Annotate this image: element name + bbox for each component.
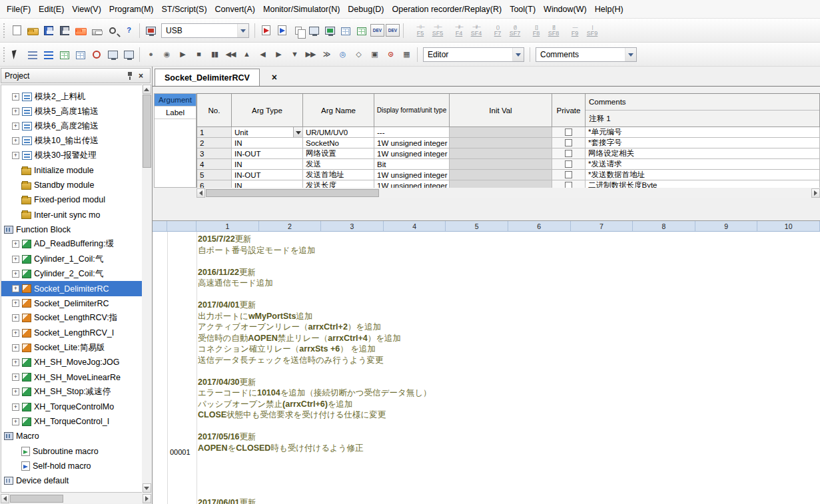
arg-table-row[interactable]: 1UnitUR/UM/UV0---*单元编号 bbox=[197, 127, 820, 138]
cell-arg-name[interactable]: 发送首地址 bbox=[303, 170, 374, 180]
save-project-icon[interactable] bbox=[41, 23, 57, 39]
cell-display-format[interactable]: 1W unsigned integer bbox=[374, 138, 450, 148]
expand-icon[interactable]: + bbox=[12, 359, 19, 366]
fkey-sf7-button[interactable]: (/)SF7 bbox=[506, 21, 524, 40]
editor-combobox[interactable]: Editor bbox=[423, 47, 524, 62]
tree-item[interactable]: +XH_TorqueControlMo bbox=[1, 399, 142, 414]
open-file-icon[interactable] bbox=[73, 23, 89, 39]
statement-list-icon[interactable] bbox=[25, 47, 41, 63]
menu-item[interactable]: Edit(E) bbox=[35, 1, 68, 17]
menu-item[interactable]: View(V) bbox=[68, 1, 105, 17]
cell-private[interactable] bbox=[552, 148, 586, 159]
project-horizontal-scrollbar[interactable] bbox=[1, 493, 151, 503]
scroll-right-icon[interactable] bbox=[811, 188, 820, 198]
tree-item[interactable]: +Cylinder_2_Coil:气 bbox=[1, 266, 142, 281]
scrollbar-thumb[interactable] bbox=[10, 495, 63, 503]
cell-arg-type[interactable]: IN-OUT bbox=[232, 170, 303, 180]
fkey-f4-button[interactable]: ⊣/⊢F4 bbox=[450, 21, 468, 40]
tree-item[interactable]: +Socket_LengthRCV:指 bbox=[1, 311, 142, 326]
dev-mode-button[interactable]: DEV bbox=[370, 24, 384, 37]
editor-body[interactable]: 00001 2015/7/22更新自ポート番号設定モードを追加2016/11/2… bbox=[153, 232, 820, 504]
tree-item[interactable]: +XH_SH_Stop:减速停 bbox=[1, 385, 142, 399]
comment-block[interactable]: 2015/7/22更新自ポート番号設定モードを追加2016/11/22更新高速通… bbox=[198, 234, 819, 504]
scrollbar-thumb[interactable] bbox=[206, 189, 379, 197]
menu-item[interactable]: File(F) bbox=[3, 1, 35, 17]
cell-arg-name[interactable]: 网络设置 bbox=[303, 148, 374, 159]
expand-icon[interactable]: + bbox=[12, 152, 19, 159]
expand-icon[interactable]: + bbox=[12, 330, 19, 337]
record-icon[interactable]: ● bbox=[143, 47, 159, 63]
window-2-icon[interactable] bbox=[121, 47, 137, 63]
pc-to-plc-transfer-icon[interactable] bbox=[258, 23, 274, 39]
cell-arg-name[interactable]: SocketNo bbox=[303, 138, 374, 148]
expand-icon[interactable]: + bbox=[12, 285, 19, 292]
menu-item[interactable]: Convert(A) bbox=[211, 1, 259, 17]
column-header[interactable]: No. bbox=[197, 94, 232, 127]
menu-item[interactable]: Help(H) bbox=[591, 1, 627, 17]
device-grid-icon[interactable] bbox=[57, 47, 73, 63]
column-header[interactable]: Display format/unit type bbox=[374, 94, 450, 127]
tree-item[interactable]: Device default bbox=[1, 473, 142, 488]
timer-icon[interactable]: ⊙ bbox=[382, 47, 398, 63]
replay-play-icon[interactable]: ▶ bbox=[175, 47, 191, 63]
chevron-down-icon[interactable] bbox=[237, 24, 248, 37]
table-horizontal-scrollbar[interactable] bbox=[197, 188, 820, 198]
tree-item[interactable]: +AD_ReadBuffering:缓 bbox=[1, 237, 142, 252]
arg-table-row[interactable]: 3IN-OUT网络设置1W unsigned integer网络设定相关 bbox=[197, 148, 820, 159]
tree-item[interactable]: +模块10_输出传送 bbox=[1, 134, 142, 148]
skip-to-start-icon[interactable]: ◀◀ bbox=[222, 47, 238, 63]
expand-icon[interactable]: + bbox=[12, 403, 19, 411]
step-back-icon[interactable]: ◀ bbox=[254, 47, 270, 63]
close-icon[interactable]: × bbox=[135, 70, 147, 81]
private-checkbox[interactable] bbox=[565, 150, 572, 157]
column-header[interactable]: Arg Name bbox=[303, 94, 374, 127]
tree-item[interactable]: +模块2_上料机 bbox=[1, 89, 142, 104]
scroll-right-icon[interactable] bbox=[143, 494, 151, 503]
skip-to-end-icon[interactable]: ▶▶ bbox=[302, 47, 318, 63]
cell-init-val[interactable] bbox=[450, 170, 552, 180]
menu-item[interactable]: Debug(D) bbox=[344, 1, 388, 17]
overlay-icon[interactable]: ▦ bbox=[398, 47, 414, 63]
menu-item[interactable]: Operation recorder/Replay(R) bbox=[388, 1, 506, 17]
cell-display-format[interactable]: Bit bbox=[374, 159, 450, 170]
cell-comment[interactable]: *单元编号 bbox=[586, 127, 820, 138]
cell-init-val[interactable] bbox=[450, 159, 552, 170]
scrollbar-thumb[interactable] bbox=[143, 95, 151, 168]
expand-icon[interactable]: + bbox=[12, 418, 19, 425]
cell-display-format[interactable]: 1W unsigned integer bbox=[374, 180, 450, 188]
tree-item[interactable]: +Socket_DelimiterRC bbox=[1, 281, 142, 296]
cell-arg-type[interactable]: IN bbox=[232, 159, 303, 170]
private-checkbox[interactable] bbox=[565, 182, 572, 188]
menu-item[interactable]: Window(W) bbox=[540, 1, 591, 17]
cell-init-val[interactable] bbox=[450, 127, 552, 138]
usage-list-icon[interactable] bbox=[89, 47, 105, 63]
step-forward-icon[interactable]: ▶ bbox=[270, 47, 286, 63]
save-as-icon[interactable] bbox=[57, 23, 73, 39]
comm-settings-icon[interactable] bbox=[143, 23, 159, 39]
tree-item[interactable]: Macro bbox=[1, 429, 142, 443]
fkey-sf8-button[interactable]: [/]SF8 bbox=[545, 21, 562, 40]
cell-comment[interactable]: 网络设定相关 bbox=[586, 148, 820, 159]
chevron-down-icon[interactable] bbox=[625, 48, 636, 61]
cell-private[interactable] bbox=[552, 159, 586, 170]
tree-item[interactable]: +Socket_Lite:简易版 bbox=[1, 340, 142, 355]
registration-monitor-icon[interactable] bbox=[338, 23, 354, 39]
scroll-down-icon[interactable] bbox=[143, 483, 151, 493]
pin-icon[interactable] bbox=[124, 70, 135, 81]
fkey-f9-button[interactable]: —F9 bbox=[566, 21, 584, 40]
record-stop-icon[interactable]: ◉ bbox=[159, 47, 175, 63]
cell-arg-type[interactable]: IN bbox=[232, 138, 303, 148]
find-icon[interactable] bbox=[105, 23, 121, 39]
tree-item[interactable]: Standby module bbox=[1, 178, 142, 192]
cell-comment[interactable]: *发送数据首地址 bbox=[586, 170, 820, 180]
arg-table-row[interactable]: 6IN发送长度1W unsigned integer二进制数据长度Byte bbox=[197, 180, 820, 188]
ladder-grid-icon[interactable] bbox=[73, 47, 89, 63]
cell-arg-name[interactable]: 发送 bbox=[303, 159, 374, 170]
tree-item[interactable]: +模块6_高度2输送 bbox=[1, 119, 142, 133]
cell-private[interactable] bbox=[552, 170, 586, 180]
cell-init-val[interactable] bbox=[450, 138, 552, 148]
cell-arg-type[interactable]: IN bbox=[232, 180, 303, 188]
expand-icon[interactable]: + bbox=[12, 240, 19, 248]
tree-item[interactable]: +模块30-报警处理 bbox=[1, 148, 142, 163]
comm-port-combobox[interactable]: USB bbox=[161, 23, 249, 38]
